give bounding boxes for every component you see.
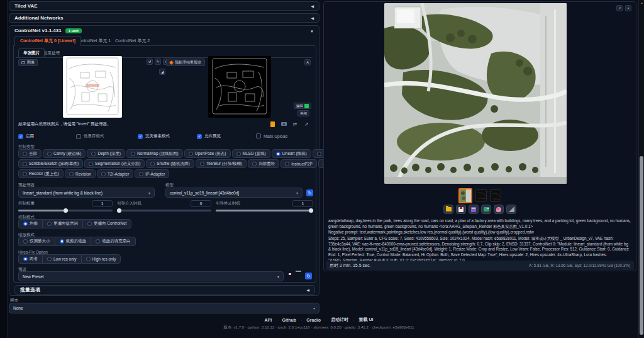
- fullscreen-icon[interactable]: ↗: [616, 5, 623, 11]
- guidance-start-input[interactable]: 0: [191, 200, 211, 207]
- thumbnail-lineart-2[interactable]: [490, 189, 501, 202]
- guidance-end-label: 引导终止时机: [216, 201, 240, 206]
- guidance-end-slider[interactable]: [216, 210, 313, 211]
- controlnet-title: ControlNet v1.1.431: [14, 28, 62, 33]
- mirror-webcam-icon[interactable]: ⇄: [291, 120, 299, 128]
- control-type-ip-adapter[interactable]: IP-Adapter: [135, 169, 169, 178]
- send-to-img2img-button[interactable]: [481, 205, 491, 214]
- accordion-tiled-vae[interactable]: Tiled VAE ◀: [9, 1, 319, 11]
- scroll-up-icon[interactable]: ▲: [639, 1, 644, 4]
- control-type-instructp2p[interactable]: InstructP2P: [280, 159, 317, 168]
- send-to-inpaint-button[interactable]: [494, 205, 504, 214]
- guidance-end-input[interactable]: 1: [292, 200, 313, 207]
- chip-label: InstructP2P: [291, 162, 313, 166]
- save-zip-button[interactable]: [469, 205, 479, 214]
- resize-mode-fill[interactable]: 缩放后填充空白: [91, 237, 136, 246]
- hires-option-highres[interactable]: High res only: [81, 254, 121, 264]
- result-image[interactable]: [384, 3, 567, 184]
- chip-label: Canny (硬边缘): [53, 151, 81, 157]
- send-to-extras-button[interactable]: [506, 205, 516, 214]
- control-type-inpaint[interactable]: 局部重绘: [248, 159, 279, 168]
- hires-option-lowres[interactable]: Low res only: [42, 254, 81, 264]
- control-type-normalmap[interactable]: NormalMap (法线贴图): [126, 149, 183, 158]
- tab-controlnet-unit-1[interactable]: ControlNet 单元 1: [76, 38, 111, 44]
- preprocessor-dropdown[interactable]: lineart_standard (from white bg & black …: [18, 188, 155, 198]
- controlnet-input-image[interactable]: [63, 56, 122, 118]
- prompt-text: aargdetailmap, day,trees in the park, tr…: [328, 218, 631, 229]
- link-gradio[interactable]: Gradio: [306, 318, 321, 322]
- accordion-batch-options[interactable]: 批量选项 ◀: [14, 285, 315, 295]
- guidance-start-label: 引导介入时机: [117, 201, 142, 206]
- scrollbar-thumb[interactable]: [640, 156, 643, 335]
- controlnet-header[interactable]: ControlNet v1.1.431 1 unit: [14, 28, 82, 33]
- checkbox-enable[interactable]: 启用: [18, 133, 34, 139]
- control-type-lineart[interactable]: Lineart (线稿): [272, 149, 311, 158]
- weight-input[interactable]: 1: [92, 200, 113, 207]
- checkbox-mask-upload[interactable]: Mask Upload: [256, 133, 287, 138]
- chip-label: Revision: [75, 172, 91, 176]
- control-type-tile-blur[interactable]: Tile/Blur (分块/模糊): [196, 159, 247, 168]
- accordion-additional-networks[interactable]: Additional Networks ◀: [9, 13, 319, 23]
- chevron-left-icon: ◀: [311, 16, 314, 20]
- edit-pencil-icon[interactable]: ✎: [155, 59, 161, 65]
- send-dimensions-icon[interactable]: ↗: [303, 120, 310, 128]
- open-folder-button[interactable]: [443, 205, 453, 214]
- tab-single-image[interactable]: 单张图片: [18, 48, 45, 57]
- model-dropdown[interactable]: control_v11p_sd15_lineart [43d4be0d]▾: [165, 188, 303, 198]
- checkbox-lowvram[interactable]: 低显存模式: [76, 133, 104, 139]
- tab-batch-process[interactable]: 批量处理: [43, 50, 60, 56]
- edit-button[interactable]: 编辑: [294, 103, 311, 109]
- checkbox-icon: [138, 134, 143, 139]
- link-github[interactable]: Github: [282, 318, 296, 322]
- preset-dropdown[interactable]: New Preset▾: [18, 271, 284, 281]
- link-api[interactable]: API: [264, 318, 272, 322]
- checkbox-label: 启用: [26, 133, 34, 139]
- radio-icon: [285, 162, 289, 166]
- close-gallery-icon[interactable]: ×: [625, 5, 631, 11]
- refresh-models-icon[interactable]: ↻: [306, 189, 313, 196]
- preprocessor-preview-image[interactable]: [208, 56, 271, 118]
- tab-controlnet-unit-0[interactable]: ControlNet 单元 0 [Lineart]: [14, 36, 81, 46]
- webcam-icon[interactable]: [280, 120, 287, 128]
- footer-version: 版本: v1.7.0 · python: 3.10.11 · torch: 2.…: [0, 325, 638, 330]
- resize-mode-just-resize[interactable]: 仅调整大小: [18, 237, 55, 246]
- control-type-depth[interactable]: Depth (深度): [87, 149, 125, 158]
- thumbnail-lineart-1[interactable]: [475, 189, 487, 202]
- control-type-canny[interactable]: Canny (硬边缘): [43, 149, 86, 158]
- control-mode-controlnet[interactable]: 更偏向 ControlNet: [82, 219, 131, 228]
- resize-mode-crop[interactable]: 裁剪后缩放: [55, 237, 91, 246]
- checkbox-pixel-perfect[interactable]: 完美像素模式: [138, 133, 170, 139]
- page-scrollbar[interactable]: ▲: [638, 0, 644, 338]
- thumbnail-selected[interactable]: [458, 188, 472, 203]
- guidance-start-slider[interactable]: [117, 210, 211, 211]
- undo-icon[interactable]: ↺: [147, 59, 153, 65]
- new-canvas-icon[interactable]: [269, 120, 276, 128]
- link-reload-ui[interactable]: 重载 UI: [359, 317, 374, 323]
- radio-icon: [60, 239, 64, 244]
- edit-button-label: 编辑: [296, 104, 303, 108]
- control-type-revision[interactable]: Revision: [65, 169, 96, 178]
- control-type-scribble[interactable]: Scribble/Sketch (涂鸦/草图): [18, 159, 83, 168]
- control-type-openpose[interactable]: OpenPose (姿态): [184, 149, 231, 158]
- preview-result-toggle[interactable]: 预处理结果预览: [166, 59, 205, 66]
- link-startup-profile[interactable]: 启动计时: [331, 317, 348, 323]
- close-button[interactable]: 关闭: [297, 110, 309, 116]
- control-type-t2i-adapter[interactable]: T2I-Adapter: [97, 169, 133, 178]
- script-dropdown[interactable]: None▾: [9, 303, 319, 313]
- fullscreen-icon[interactable]: A: [304, 59, 311, 65]
- refresh-preset-icon[interactable]: ↻: [305, 273, 312, 279]
- weight-slider[interactable]: [18, 210, 113, 211]
- checkbox-allow-preview[interactable]: 允许预览: [197, 133, 221, 139]
- control-type-segmentation[interactable]: Segmentation (语义分割): [84, 159, 145, 168]
- control-type-recolor[interactable]: Recolor (重上色): [18, 169, 64, 178]
- save-image-button[interactable]: [456, 205, 466, 214]
- checkbox-icon: [76, 134, 81, 139]
- control-type-mlsd[interactable]: MLSD (直线): [232, 149, 270, 158]
- control-type-all[interactable]: 全部: [18, 149, 42, 158]
- control-type-shuffle[interactable]: Shuffle (随机洗牌): [146, 159, 194, 168]
- control-mode-balanced[interactable]: 均衡: [18, 219, 42, 228]
- control-mode-prompt[interactable]: 更偏向提示词: [42, 219, 82, 228]
- tab-controlnet-unit-2[interactable]: ControlNet 单元 2: [115, 38, 150, 44]
- hires-option-both[interactable]: 两者: [18, 254, 42, 264]
- brush-icon[interactable]: ◢: [159, 69, 165, 75]
